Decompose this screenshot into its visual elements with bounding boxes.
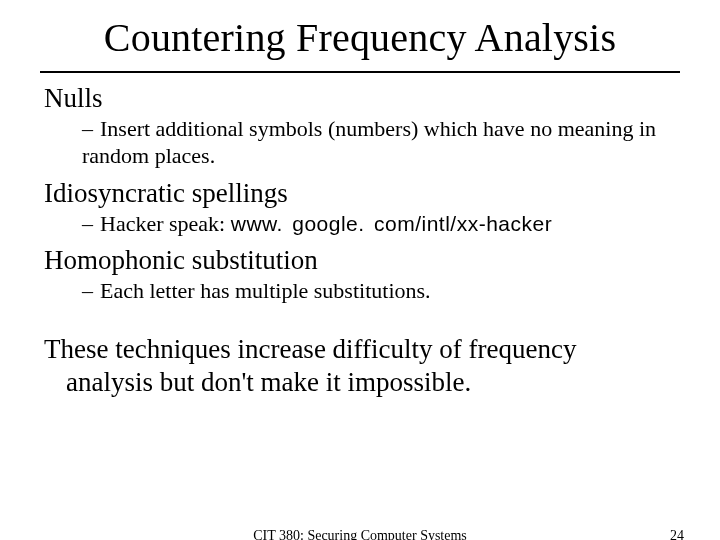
topic-nulls-sub-text: Insert additional symbols (numbers) whic… (82, 116, 656, 168)
summary-line1: These techniques increase difficulty of … (44, 333, 676, 366)
topic-homo-sub: –Each letter has multiple substitutions. (82, 278, 676, 305)
topic-nulls-heading: Nulls (44, 83, 676, 114)
slide: Countering Frequency Analysis Nulls –Ins… (0, 0, 720, 540)
topic-idio-heading: Idiosyncratic spellings (44, 178, 676, 209)
topic-homo-heading: Homophonic substitution (44, 245, 676, 276)
topic-nulls-sub: –Insert additional symbols (numbers) whi… (82, 116, 676, 170)
slide-body: Nulls –Insert additional symbols (number… (0, 83, 720, 399)
footer-course: CIT 380: Securing Computer Systems (0, 528, 720, 540)
bullet-dash-icon: – (82, 278, 100, 305)
topic-homo-sub-text: Each letter has multiple substitutions. (100, 278, 431, 303)
footer-page-number: 24 (670, 528, 684, 540)
summary-line2: analysis but don't make it impossible. (44, 366, 676, 399)
title-rule (40, 71, 680, 73)
slide-title: Countering Frequency Analysis (0, 0, 720, 67)
topic-idio-sub-prefix: Hacker speak: (100, 211, 231, 236)
topic-idio-sub-link: www. google. com/intl/xx-hacker (231, 212, 552, 235)
bullet-dash-icon: – (82, 211, 100, 238)
bullet-dash-icon: – (82, 116, 100, 143)
topic-idio-sub: –Hacker speak: www. google. com/intl/xx-… (82, 211, 676, 238)
summary: These techniques increase difficulty of … (44, 333, 676, 399)
